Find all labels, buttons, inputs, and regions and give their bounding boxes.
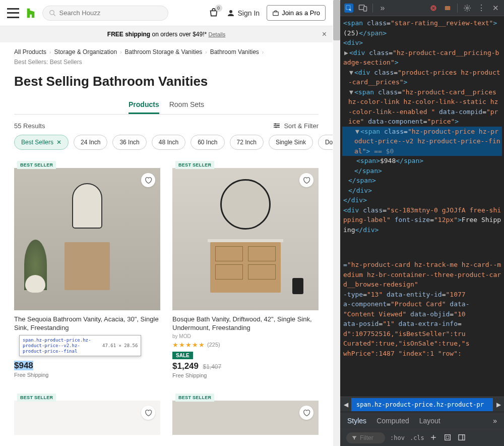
svg-rect-3 xyxy=(273,12,279,15)
tab-styles[interactable]: Styles xyxy=(347,417,366,425)
product-image[interactable] xyxy=(172,168,319,310)
cart-badge: 0 xyxy=(215,5,222,12)
svg-rect-11 xyxy=(445,6,451,10)
scrollbar[interactable] xyxy=(333,0,340,446)
pill-best-sellers[interactable]: Best Sellers✕ xyxy=(14,135,69,150)
favorite-button[interactable] xyxy=(299,173,313,187)
product-image[interactable] xyxy=(172,401,319,435)
filter-pills: Best Sellers✕ 24 Inch 36 Inch 48 Inch 60… xyxy=(0,135,333,158)
sort-filter-button[interactable]: Sort & Filter xyxy=(273,122,319,130)
heart-icon xyxy=(302,176,310,184)
devtools-breadcrumb: ◀ span.hz-product-price.hz-product-pr ▶ xyxy=(340,397,504,412)
breadcrumb-link[interactable]: All Products xyxy=(14,48,46,55)
devtools-elements[interactable]: <span class="star-rating__review-text"> … xyxy=(340,16,504,397)
svg-rect-13 xyxy=(445,434,450,440)
favorite-button[interactable] xyxy=(299,406,313,420)
tab-room-sets[interactable]: Room Sets xyxy=(169,96,204,114)
computed-props-icon[interactable] xyxy=(444,433,453,442)
crumb-path[interactable]: span.hz-product-price.hz-product-pr xyxy=(351,398,493,411)
promo-banner: FREE shipping on orders over $49!* Detai… xyxy=(0,26,333,42)
devtools-toolbar: » ⋮ ✕ xyxy=(340,0,504,16)
crumb-next-icon[interactable]: ▶ xyxy=(493,401,504,408)
product-card[interactable]: BEST SELLER xyxy=(172,391,319,435)
product-image[interactable] xyxy=(14,168,160,310)
signin-link[interactable]: Sign In xyxy=(226,9,260,18)
favorite-button[interactable] xyxy=(141,406,155,420)
sliders-icon xyxy=(273,122,281,130)
devtools-pane: » ⋮ ✕ <span class="star-rating__review-t… xyxy=(340,0,504,446)
search-box[interactable] xyxy=(42,6,168,21)
svg-line-1 xyxy=(53,14,55,16)
tab-products[interactable]: Products xyxy=(129,96,159,114)
svg-rect-9 xyxy=(364,7,367,11)
crumb-prev-icon[interactable]: ◀ xyxy=(340,401,351,408)
product-image[interactable] xyxy=(14,401,160,435)
results-count: 55 Results xyxy=(14,122,45,130)
shipping-label: Free Shipping xyxy=(14,372,160,378)
hov-toggle[interactable]: :hov xyxy=(390,434,405,441)
svg-point-0 xyxy=(50,10,54,14)
chevron-right-icon: › xyxy=(205,49,207,55)
svg-point-2 xyxy=(229,10,232,13)
add-rule-icon[interactable] xyxy=(429,433,438,442)
join-pro-button[interactable]: Join as a Pro xyxy=(267,5,326,21)
pill-48-inch[interactable]: 48 Inch xyxy=(152,135,185,150)
pill-single-sink[interactable]: Single Sink xyxy=(269,135,313,150)
site-header: 0 Sign In Join as a Pro xyxy=(0,0,333,26)
best-seller-badge: BEST SELLER xyxy=(17,161,56,169)
breadcrumb-link[interactable]: Bathroom Storage & Vanities xyxy=(124,48,202,55)
product-title: The Sequoia Bathroom Vanity, Acacia, 30"… xyxy=(14,315,160,332)
more-tabs-icon[interactable]: » xyxy=(378,4,387,13)
styles-filter-input[interactable] xyxy=(360,434,380,441)
product-brand: by MOD xyxy=(172,333,319,339)
search-icon xyxy=(49,9,56,17)
close-icon[interactable]: ✕ xyxy=(491,4,500,13)
chevron-right-icon: › xyxy=(262,49,264,55)
sale-badge: SALE xyxy=(172,352,193,359)
search-input[interactable] xyxy=(59,9,162,17)
tab-computed[interactable]: Computed xyxy=(376,417,409,425)
svg-point-6 xyxy=(276,127,277,128)
more-panels-icon[interactable]: » xyxy=(493,417,497,425)
hamburger-menu-icon[interactable] xyxy=(7,8,19,18)
error-icon[interactable] xyxy=(429,4,438,13)
houzz-logo-icon[interactable] xyxy=(25,8,36,19)
settings-icon[interactable] xyxy=(463,4,472,13)
devtools-panel-tabs: Styles Computed Layout » xyxy=(340,412,504,429)
pill-36-inch[interactable]: 36 Inch xyxy=(112,135,146,150)
warning-icon[interactable] xyxy=(443,4,452,13)
pill-60-inch[interactable]: 60 Inch xyxy=(191,135,224,150)
favorite-button[interactable] xyxy=(141,173,155,187)
product-card[interactable]: BEST SELLER xyxy=(14,391,160,435)
product-card[interactable]: BEST SELLER Bosque Bath Vanity, Driftwoo… xyxy=(172,158,319,378)
pill-72-inch[interactable]: 72 Inch xyxy=(230,135,264,150)
star-rating: ★ ★ ★ ★ ★ (225) xyxy=(172,341,319,349)
tab-layout[interactable]: Layout xyxy=(419,417,440,425)
product-title: Bosque Bath Vanity, Driftwood, 42", Sing… xyxy=(172,315,319,332)
scrollbar-thumb[interactable] xyxy=(333,0,340,40)
cls-toggle[interactable]: .cls xyxy=(410,434,424,441)
styles-filter[interactable] xyxy=(346,432,385,443)
product-grid: BEST SELLER The Sequoia Bathroom Vanity,… xyxy=(0,158,333,435)
cart-button[interactable]: 0 xyxy=(208,8,219,19)
review-count: (225) xyxy=(207,342,220,348)
heart-icon xyxy=(144,176,152,184)
breadcrumb: All Products› Storage & Organization› Ba… xyxy=(0,42,333,72)
pill-24-inch[interactable]: 24 Inch xyxy=(74,135,107,150)
remove-icon[interactable]: ✕ xyxy=(56,139,61,146)
svg-point-12 xyxy=(466,7,468,9)
star-icon: ★ xyxy=(185,341,192,349)
panel-toggle-icon[interactable] xyxy=(458,433,467,442)
kebab-menu-icon[interactable]: ⋮ xyxy=(477,4,486,13)
svg-rect-15 xyxy=(459,434,465,440)
product-price: $1,249 xyxy=(172,361,199,371)
promo-details-link[interactable]: Details xyxy=(209,31,226,37)
svg-rect-14 xyxy=(446,436,449,438)
promo-close-icon[interactable]: × xyxy=(322,30,327,39)
chevron-right-icon: › xyxy=(49,49,51,55)
device-toggle-icon[interactable] xyxy=(358,4,367,13)
inspect-element-icon[interactable] xyxy=(344,4,353,13)
pill-double-sink[interactable]: Double Sink xyxy=(318,135,333,150)
breadcrumb-link[interactable]: Storage & Organization xyxy=(54,48,117,55)
breadcrumb-link[interactable]: Bathroom Vanities xyxy=(210,48,259,55)
